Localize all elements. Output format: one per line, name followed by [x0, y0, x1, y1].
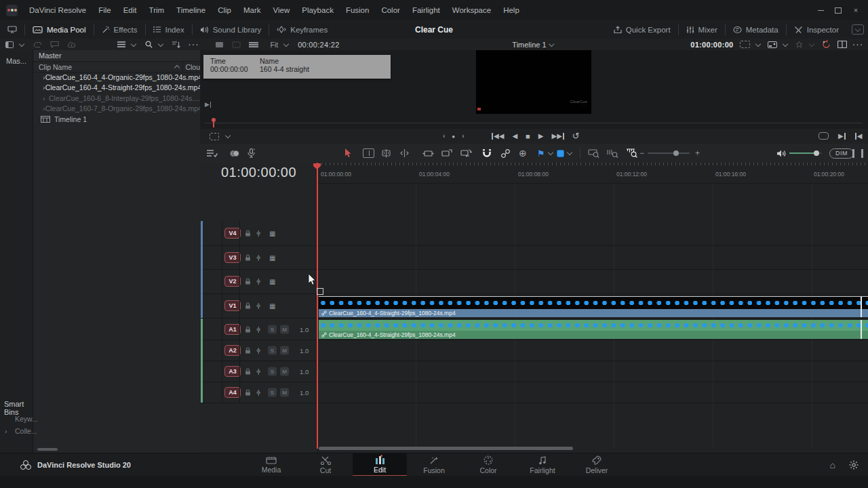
tab-edit[interactable]: Edit [353, 453, 407, 476]
auto-select-icon[interactable]: ‹|› [256, 389, 260, 396]
track-thumbnail-icon[interactable]: ▦ [269, 253, 275, 261]
metadata-button[interactable]: Metadata [726, 26, 786, 34]
timeline-ruler[interactable]: 01:00:00:00 01:00:04:00 01:00:08:00 01:0… [317, 163, 868, 184]
menu-fairlight[interactable]: Fairlight [406, 6, 446, 14]
smart-bins-label[interactable]: Smart Bins [4, 400, 33, 416]
solo-button[interactable]: S [268, 367, 277, 375]
track-v3[interactable]: V3 ‹|› ▦ [200, 245, 868, 270]
flag-button[interactable]: ⚑ [537, 144, 554, 163]
play-reverse-icon[interactable]: ◀ [512, 133, 517, 140]
effects-button[interactable]: Effects [94, 20, 145, 39]
track-thumbnail-icon[interactable]: ▦ [269, 302, 275, 309]
close-icon[interactable]: × [852, 6, 860, 14]
resolution-icon[interactable] [795, 41, 815, 48]
replace-clip-icon[interactable] [460, 144, 472, 163]
auto-select-icon[interactable]: ‹|› [256, 278, 260, 285]
maximize-icon[interactable] [834, 6, 842, 14]
app-icon[interactable] [6, 5, 18, 16]
menu-fusion[interactable]: Fusion [340, 6, 376, 14]
audio-monitor-icon[interactable] [776, 144, 787, 163]
strip-view-icon[interactable] [245, 41, 262, 48]
sort-icon[interactable] [168, 41, 184, 48]
bin-collections-expander[interactable]: › [5, 427, 7, 435]
auto-select-icon[interactable]: ‹|› [256, 302, 260, 309]
dim-button[interactable]: DIM [829, 144, 854, 163]
sound-library-button[interactable]: Sound Library [193, 20, 269, 39]
menu-playback[interactable]: Playback [296, 6, 340, 14]
auto-select-icon[interactable]: ‹|› [256, 347, 260, 354]
lock-icon[interactable] [245, 230, 251, 237]
viewer-pager[interactable]: ‹ ● › [443, 133, 465, 140]
match-frame-icon[interactable]: ◀ [855, 133, 863, 140]
zoom-mode-select[interactable]: Fit [267, 41, 294, 49]
auto-select-icon[interactable]: ‹|› [256, 254, 260, 261]
lock-icon[interactable] [245, 368, 251, 375]
play-around-icon[interactable]: ▶ [838, 133, 846, 140]
timeline-view-options-icon[interactable] [207, 144, 218, 163]
mute-button[interactable]: M [280, 367, 289, 375]
video-clip[interactable]: ClearCue_160-4_4-Straight-29fps_1080-24s… [319, 296, 868, 317]
clip-edit-point[interactable] [861, 297, 862, 317]
media-pool-button[interactable]: Media Pool [25, 20, 94, 39]
menu-workspace[interactable]: Workspace [446, 6, 497, 14]
full-extent-zoom-icon[interactable] [588, 144, 599, 163]
menu-help[interactable]: Help [497, 6, 526, 14]
source-timecode[interactable]: 00:00:24:22 [294, 41, 343, 49]
viewer-mode-icon[interactable] [210, 133, 231, 140]
next-viewer-icon[interactable]: › [462, 133, 464, 140]
monitor-volume-slider[interactable] [789, 144, 822, 163]
thumbnail-view-icon[interactable] [211, 41, 228, 48]
insert-clip-icon[interactable] [422, 144, 434, 163]
audio-clip[interactable]: ClearCue_160-4_4-Straight-29fps_1080-24s… [319, 320, 868, 339]
menu-trim[interactable]: Trim [143, 6, 171, 14]
solo-button[interactable]: S [268, 325, 277, 333]
collapse-panel-icon[interactable] [852, 24, 864, 35]
refresh-cache-icon[interactable] [821, 39, 831, 49]
track-v4[interactable]: V4 ‹|› ▦ [200, 221, 868, 246]
lock-icon[interactable] [245, 254, 251, 261]
auto-select-icon[interactable]: ‹|› [256, 326, 260, 333]
razor-edit-mode-tool[interactable] [381, 144, 391, 163]
mute-button[interactable]: M [280, 325, 289, 333]
split-view-icon[interactable] [837, 41, 847, 48]
timeline-row[interactable]: Timeline 1 [33, 114, 200, 125]
mixer-button[interactable]: Mixer [679, 26, 725, 34]
playhead-timecode[interactable]: 01:00:00:00 [200, 165, 317, 180]
menu-clip[interactable]: Clip [212, 6, 237, 14]
track-thumbnail-icon[interactable]: ▦ [269, 278, 275, 285]
snapping-magnet-icon[interactable] [482, 144, 492, 163]
dynamic-trim-mode-tool[interactable] [399, 144, 410, 163]
detail-zoom-icon[interactable] [607, 144, 618, 163]
tab-fairlight[interactable]: Fairlight [515, 453, 570, 476]
bin-keywords[interactable]: Keyw... [15, 415, 38, 423]
dual-monitor-icon[interactable] [0, 20, 24, 39]
zoom-in-icon[interactable]: + [695, 144, 700, 163]
auto-select-icon[interactable]: ‹|› [256, 230, 260, 237]
audio-meters-icon[interactable] [852, 144, 863, 163]
clip-row[interactable]: › ClearCue_160-7_8-Organic-29fps_1080-24… [33, 104, 200, 115]
track-a2[interactable]: A2 ‹|› S M 1.0 [200, 340, 868, 361]
create-bin-icon[interactable] [29, 41, 46, 48]
custom-zoom-icon[interactable] [626, 144, 637, 163]
menu-mark[interactable]: Mark [237, 6, 267, 14]
selection-follow-icon[interactable] [740, 41, 762, 48]
trim-edit-mode-tool[interactable] [363, 144, 374, 163]
menu-timeline[interactable]: Timeline [170, 6, 212, 14]
stop-icon[interactable]: ■ [526, 133, 530, 140]
bin-list-toggle-icon[interactable] [0, 41, 29, 48]
go-to-end-icon[interactable]: ▶▶ [551, 133, 564, 140]
video-frame[interactable]: ClearCue····· [476, 50, 591, 114]
minimize-icon[interactable] [816, 6, 825, 14]
quick-export-button[interactable]: Quick Export [606, 26, 678, 34]
track-v2[interactable]: V2 ‹|› ▦ [200, 269, 868, 294]
mute-button[interactable]: M [280, 346, 289, 354]
clip-row[interactable]: › ClearCue_160-4_4-Organic-29fps_1080-24… [33, 72, 200, 83]
list-view-icon[interactable] [113, 41, 141, 47]
mute-button[interactable]: M [280, 388, 289, 396]
stacked-timelines-icon[interactable] [230, 144, 241, 163]
filmstrip-view-icon[interactable] [228, 41, 245, 48]
inspector-button[interactable]: Inspector [787, 26, 846, 34]
cloud-sync-icon[interactable] [63, 41, 81, 48]
track-a4[interactable]: A4 ‹|› S M 1.0 [200, 382, 868, 403]
index-button[interactable]: Index [146, 20, 192, 39]
